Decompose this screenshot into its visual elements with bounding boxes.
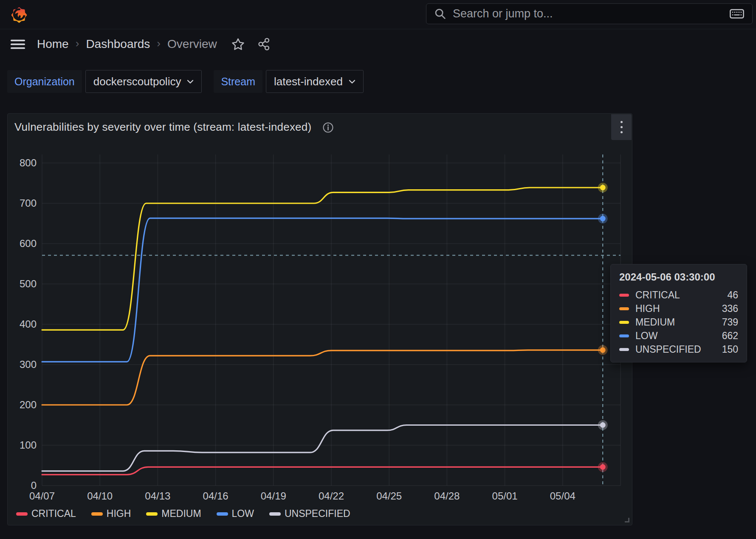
svg-text:04/25: 04/25 xyxy=(376,490,402,502)
svg-text:700: 700 xyxy=(20,197,37,209)
panel-title: Vulnerabilities by severity over time (s… xyxy=(14,121,311,134)
star-favorite-icon[interactable] xyxy=(231,38,245,51)
legend-swatch-icon xyxy=(91,512,103,516)
variable-organization-value: dockerscoutpolicy xyxy=(93,75,181,88)
tooltip-row: LOW 662 xyxy=(619,329,738,342)
chart-tooltip: 2024-05-06 03:30:00 CRITICAL 46 HIGH 336… xyxy=(610,264,747,362)
svg-text:04/16: 04/16 xyxy=(203,490,228,502)
chart-legend: CRITICAL HIGH MEDIUM LOW UNSPECIFIED xyxy=(16,508,350,519)
series-line-unspecified xyxy=(42,425,603,471)
breadcrumb-overview: Overview xyxy=(167,37,217,51)
variable-stream-value: latest-indexed xyxy=(274,75,343,88)
share-icon[interactable] xyxy=(257,37,271,51)
chevron-right-icon: › xyxy=(157,37,161,50)
tooltip-row: MEDIUM 739 xyxy=(619,315,738,329)
svg-text:04/19: 04/19 xyxy=(261,490,286,502)
svg-text:05/04: 05/04 xyxy=(550,490,575,502)
top-header: Search or jump to... xyxy=(0,0,756,29)
breadcrumb-dashboards[interactable]: Dashboards xyxy=(86,37,150,51)
variable-organization-select[interactable]: dockerscoutpolicy xyxy=(85,70,202,93)
search-placeholder: Search or jump to... xyxy=(453,7,729,20)
svg-text:04/28: 04/28 xyxy=(434,490,460,502)
breadcrumb: Home › Dashboards › Overview xyxy=(37,37,217,51)
series-swatch-icon xyxy=(619,321,629,324)
svg-text:04/10: 04/10 xyxy=(87,490,113,502)
legend-item-unspecified[interactable]: UNSPECIFIED xyxy=(269,508,350,519)
timeseries-panel: Vulnerabilities by severity over time (s… xyxy=(7,113,632,525)
svg-text:300: 300 xyxy=(20,359,37,370)
variable-stream-label: Stream xyxy=(214,70,262,93)
tooltip-row: CRITICAL 46 xyxy=(619,288,738,302)
breadcrumb-bar: Home › Dashboards › Overview xyxy=(0,30,756,59)
legend-swatch-icon xyxy=(146,512,158,516)
breadcrumb-home[interactable]: Home xyxy=(37,37,69,51)
svg-text:100: 100 xyxy=(20,439,37,451)
grid-lines xyxy=(42,154,621,486)
series-line-high xyxy=(42,350,603,405)
svg-text:500: 500 xyxy=(20,278,37,289)
menu-icon[interactable] xyxy=(10,39,25,50)
svg-text:200: 200 xyxy=(20,399,37,410)
tooltip-row: HIGH 336 xyxy=(619,302,738,315)
legend-swatch-icon xyxy=(217,512,228,516)
svg-text:04/13: 04/13 xyxy=(145,490,170,502)
panel-header[interactable]: Vulnerabilities by severity over time (s… xyxy=(8,114,632,140)
search-input[interactable]: Search or jump to... xyxy=(426,3,753,24)
grafana-logo-icon[interactable] xyxy=(9,5,29,24)
svg-text:600: 600 xyxy=(20,238,37,249)
chart-svg[interactable]: 010020030040050060070080004/0704/1004/13… xyxy=(8,140,633,505)
svg-text:05/01: 05/01 xyxy=(492,490,518,502)
legend-item-high[interactable]: HIGH xyxy=(91,508,131,519)
svg-text:04/22: 04/22 xyxy=(319,490,344,502)
legend-item-critical[interactable]: CRITICAL xyxy=(16,508,76,519)
svg-text:0: 0 xyxy=(31,480,37,491)
panel-menu-kebab-icon[interactable] xyxy=(611,114,632,140)
legend-item-low[interactable]: LOW xyxy=(217,508,254,519)
legend-swatch-icon xyxy=(269,512,281,516)
series-swatch-icon xyxy=(619,294,629,297)
series-swatch-icon xyxy=(619,334,629,337)
chevron-down-icon xyxy=(187,79,194,84)
legend-item-medium[interactable]: MEDIUM xyxy=(146,508,201,519)
search-icon xyxy=(434,8,447,20)
tooltip-timestamp: 2024-05-06 03:30:00 xyxy=(619,271,738,283)
info-icon[interactable] xyxy=(322,122,334,133)
chevron-right-icon: › xyxy=(76,37,79,50)
svg-text:400: 400 xyxy=(20,318,37,330)
svg-text:800: 800 xyxy=(20,157,37,168)
series-swatch-icon xyxy=(619,307,629,310)
grafana-app: { "header": { "search_placeholder": "Sea… xyxy=(0,0,756,539)
tooltip-row: UNSPECIFIED 150 xyxy=(619,342,738,356)
variable-stream-select[interactable]: latest-indexed xyxy=(266,70,364,93)
variable-organization: Organization dockerscoutpolicy xyxy=(7,70,202,93)
chevron-down-icon xyxy=(349,79,355,84)
series-line-medium xyxy=(42,188,603,330)
svg-text:04/07: 04/07 xyxy=(29,490,55,502)
variable-organization-label: Organization xyxy=(7,70,82,93)
series-swatch-icon xyxy=(619,348,629,351)
series-line-low xyxy=(42,218,603,362)
dashboard-variables: Organization dockerscoutpolicy Stream la… xyxy=(7,70,375,93)
panel-resize-handle[interactable] xyxy=(625,518,629,522)
legend-swatch-icon xyxy=(16,512,28,516)
keyboard-shortcut-icon xyxy=(729,8,745,20)
variable-stream: Stream latest-indexed xyxy=(214,70,363,93)
